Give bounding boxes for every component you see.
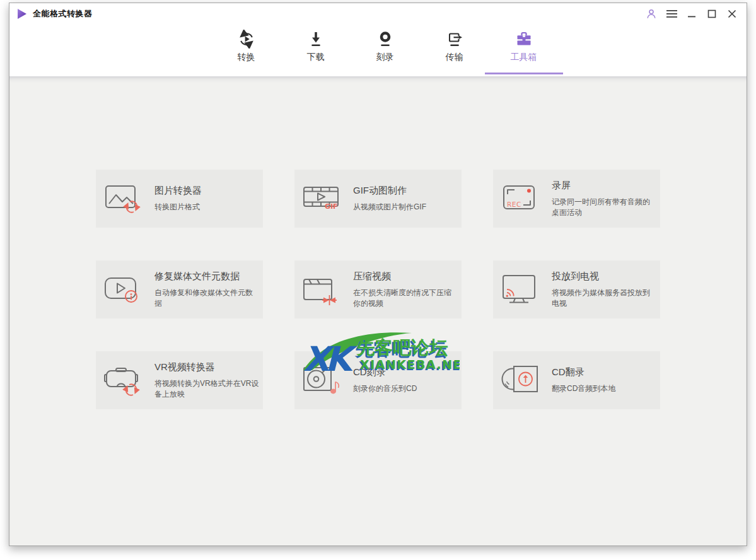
gif-maker-icon: GIF (294, 181, 353, 216)
card-title: VR视频转换器 (154, 361, 259, 373)
main-nav: 转换 下载 (9, 25, 747, 76)
card-desc: 将视频作为媒体服务器投放到电视 (552, 288, 656, 309)
app-window: 全能格式转换器 (9, 3, 747, 546)
card-screen-recorder[interactable]: REC 录屏 记录同一时间所有带有音频的桌面活动 (493, 170, 660, 228)
card-cd-rip[interactable]: CD翻录 翻录CD音频到本地 (493, 351, 660, 409)
tab-download[interactable]: 下载 (281, 27, 351, 67)
card-compress-video[interactable]: 压缩视频 在不损失清晰度的情况下压缩你的视频 (294, 260, 462, 318)
card-title: 修复媒体文件元数据 (154, 271, 259, 283)
app-title: 全能格式转换器 (33, 8, 93, 20)
tool-cards-grid: 图片转换器 转换图片格式 (9, 76, 747, 409)
screen-recorder-icon: REC (493, 181, 552, 216)
minimize-icon[interactable] (686, 8, 697, 20)
vr-converter-icon (96, 363, 154, 398)
toolbox-icon (515, 27, 533, 49)
card-desc: 自动修复和修改媒体文件元数据 (154, 288, 259, 309)
card-gif-maker[interactable]: GIF GIF动图制作 从视频或图片制作GIF (294, 170, 462, 228)
compress-video-icon (294, 272, 353, 307)
card-title: 投放到电视 (552, 271, 656, 283)
fix-metadata-icon (96, 272, 154, 307)
cast-to-tv-icon (493, 272, 552, 307)
tab-burn[interactable]: 刻录 (351, 27, 420, 67)
card-title: 图片转换器 (154, 185, 259, 197)
tab-convert[interactable]: 转换 (212, 27, 281, 67)
cd-burn-icon (294, 363, 353, 398)
tab-label: 刻录 (376, 52, 394, 63)
card-title: 录屏 (552, 180, 656, 192)
card-desc: 从视频或图片制作GIF (353, 202, 458, 213)
menu-icon[interactable] (666, 8, 677, 20)
card-title: CD刻录 (353, 366, 458, 378)
card-desc: 刻录你的音乐到CD (353, 383, 458, 394)
tab-label: 工具箱 (511, 52, 537, 63)
close-icon[interactable] (726, 8, 738, 20)
app-logo-icon (17, 8, 27, 20)
download-icon (306, 27, 325, 49)
tab-toolbox[interactable]: 工具箱 (489, 27, 559, 67)
account-icon[interactable] (646, 8, 657, 20)
transfer-icon (445, 27, 464, 49)
card-cd-burn[interactable]: CD刻录 刻录你的音乐到CD (294, 351, 462, 409)
card-desc: 翻录CD音频到本地 (552, 383, 656, 394)
card-title: 压缩视频 (353, 271, 458, 283)
card-title: CD翻录 (552, 366, 656, 378)
convert-icon (237, 27, 256, 49)
card-desc: 将视频转换为VR格式并在VR设备上放映 (154, 378, 259, 400)
card-desc: 记录同一时间所有带有音频的桌面活动 (552, 197, 656, 218)
tab-label: 传输 (446, 52, 463, 63)
card-title: GIF动图制作 (353, 185, 458, 197)
card-fix-metadata[interactable]: 修复媒体文件元数据 自动修复和修改媒体文件元数据 (96, 260, 263, 318)
burn-icon (376, 27, 395, 49)
tab-label: 转换 (238, 52, 255, 63)
image-converter-icon (96, 181, 154, 216)
title-bar: 全能格式转换器 (9, 3, 747, 25)
card-desc: 在不损失清晰度的情况下压缩你的视频 (353, 288, 458, 309)
card-vr-converter[interactable]: VR视频转换器 将视频转换为VR格式并在VR设备上放映 (96, 351, 263, 409)
maximize-icon[interactable] (706, 8, 718, 20)
tab-transfer[interactable]: 传输 (420, 27, 489, 67)
toolbox-panel: 图片转换器 转换图片格式 (9, 76, 747, 545)
card-cast-to-tv[interactable]: 投放到电视 将视频作为媒体服务器投放到电视 (493, 260, 660, 318)
cd-rip-icon (493, 363, 552, 398)
svg-text:REC: REC (507, 201, 521, 208)
active-tab-underline (485, 73, 563, 74)
card-image-converter[interactable]: 图片转换器 转换图片格式 (96, 170, 263, 228)
card-desc: 转换图片格式 (154, 202, 259, 213)
svg-text:GIF: GIF (325, 202, 338, 211)
tab-label: 下载 (307, 52, 325, 63)
